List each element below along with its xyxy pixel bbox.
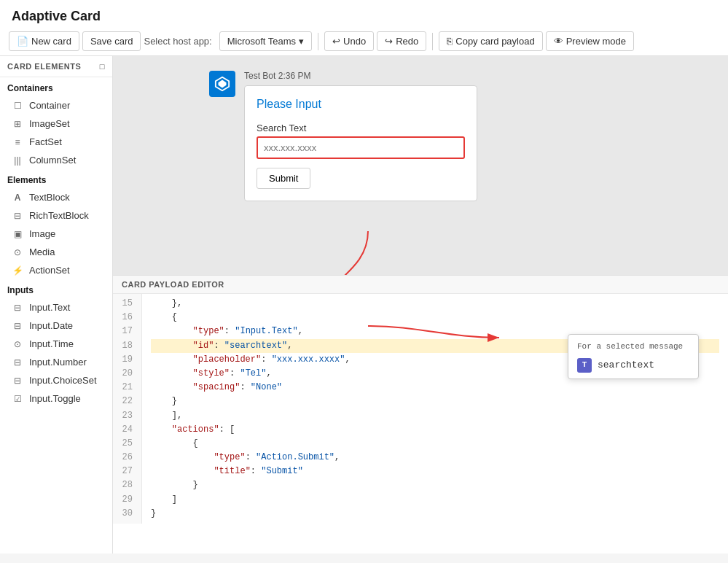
code-line-25: { bbox=[151, 437, 719, 451]
imageset-icon: ⊞ bbox=[12, 119, 23, 129]
editor-header: CARD PAYLOAD EDITOR bbox=[113, 276, 728, 294]
line-num-30: 30 bbox=[122, 507, 133, 521]
input-toggle-icon: ☑ bbox=[12, 394, 23, 404]
sidebar-item-actionset[interactable]: ⚡ ActionSet bbox=[0, 261, 112, 279]
content-area: Test Bot 2:36 PM Please Input Search Tex… bbox=[113, 56, 728, 554]
sidebar-item-factset[interactable]: ≡ FactSet bbox=[0, 133, 112, 151]
imageset-label: ImageSet bbox=[29, 118, 70, 129]
code-line-27: "title": "Submit" bbox=[151, 465, 719, 478]
sidebar-section-containers: Containers ☐ Container ⊞ ImageSet ≡ Fact… bbox=[0, 77, 112, 169]
undo-button[interactable]: ↩ Undo bbox=[324, 31, 374, 51]
card-field-label: Search Text bbox=[257, 123, 465, 133]
card-input-field[interactable] bbox=[257, 136, 465, 159]
inputs-section-title: Inputs bbox=[0, 279, 112, 298]
card-submit-button[interactable]: Submit bbox=[257, 168, 310, 189]
chat-bubble-container: Test Bot 2:36 PM Please Input Search Tex… bbox=[209, 71, 632, 260]
sidebar-item-input-toggle[interactable]: ☑ Input.Toggle bbox=[0, 389, 112, 408]
host-app-dropdown[interactable]: Microsoft Teams ▾ bbox=[219, 31, 312, 51]
preview-mode-label: Preview mode bbox=[566, 36, 626, 47]
sidebar-item-input-number[interactable]: ⊟ Input.Number bbox=[0, 353, 112, 371]
sidebar-item-input-text[interactable]: ⊟ Input.Text bbox=[0, 298, 112, 317]
line-num-15: 15 bbox=[122, 297, 133, 311]
input-date-label: Input.Date bbox=[29, 320, 73, 331]
toolbar-divider-1 bbox=[318, 33, 318, 50]
save-card-button[interactable]: Save card bbox=[82, 31, 141, 51]
image-icon: ▣ bbox=[12, 229, 23, 239]
sidebar-section-elements: Elements A TextBlock ⊟ RichTextBlock ▣ I… bbox=[0, 169, 112, 279]
sidebar-item-image[interactable]: ▣ Image bbox=[0, 225, 112, 243]
line-num-21: 21 bbox=[122, 381, 133, 395]
line-num-29: 29 bbox=[122, 493, 133, 507]
code-line-15: }, bbox=[151, 297, 719, 311]
new-card-button[interactable]: 📄 New card bbox=[9, 31, 79, 51]
sidebar-item-container[interactable]: ☐ Container bbox=[0, 96, 112, 114]
teams-icon: T bbox=[577, 358, 592, 373]
actionset-icon: ⚡ bbox=[12, 265, 23, 276]
sidebar-item-input-date[interactable]: ⊟ Input.Date bbox=[0, 317, 112, 335]
factset-icon: ≡ bbox=[12, 137, 23, 147]
copy-payload-button[interactable]: ⎘ Copy card payload bbox=[439, 31, 542, 51]
code-line-24: "actions": [ bbox=[151, 423, 719, 437]
redo-button[interactable]: ↪ Redo bbox=[377, 31, 426, 51]
line-num-23: 23 bbox=[122, 409, 133, 423]
preview-mode-button[interactable]: 👁 Preview mode bbox=[546, 31, 634, 51]
line-num-25: 25 bbox=[122, 437, 133, 451]
tooltip-item-label: searchtext bbox=[598, 358, 654, 373]
actionset-label: ActionSet bbox=[29, 265, 70, 276]
line-num-27: 27 bbox=[122, 465, 133, 478]
media-label: Media bbox=[29, 246, 55, 257]
bot-avatar bbox=[209, 71, 235, 97]
new-card-icon: 📄 bbox=[17, 36, 28, 47]
svg-marker-1 bbox=[219, 80, 227, 88]
main-layout: CARD ELEMENTS □ Containers ☐ Container ⊞… bbox=[0, 56, 728, 554]
input-text-label: Input.Text bbox=[29, 302, 70, 313]
sidebar-item-media[interactable]: ⊙ Media bbox=[0, 243, 112, 261]
copy-payload-label: Copy card payload bbox=[455, 36, 534, 47]
preview-area: Test Bot 2:36 PM Please Input Search Tex… bbox=[113, 56, 728, 275]
toolbar: 📄 New card Save card Select host app: Mi… bbox=[0, 27, 728, 56]
line-num-28: 28 bbox=[122, 478, 133, 492]
input-number-label: Input.Number bbox=[29, 357, 87, 368]
host-app-selector: Select host app: Microsoft Teams ▾ bbox=[144, 31, 312, 51]
sidebar-item-imageset[interactable]: ⊞ ImageSet bbox=[0, 114, 112, 133]
sidebar-item-input-time[interactable]: ⊙ Input.Time bbox=[0, 335, 112, 353]
line-num-22: 22 bbox=[122, 395, 133, 408]
code-content[interactable]: }, { "type": "Input.Text", "id": "search… bbox=[142, 294, 728, 524]
chat-content: Test Bot 2:36 PM Please Input Search Tex… bbox=[244, 71, 632, 201]
sidebar-item-input-choiceset[interactable]: ⊟ Input.ChoiceSet bbox=[0, 371, 112, 389]
collapse-icon[interactable]: □ bbox=[100, 62, 105, 71]
undo-label: Undo bbox=[343, 36, 366, 47]
code-line-26: "type": "Action.Submit", bbox=[151, 451, 719, 465]
sidebar-section-inputs: Inputs ⊟ Input.Text ⊟ Input.Date ⊙ Input… bbox=[0, 279, 112, 408]
redo-icon: ↪ bbox=[385, 36, 393, 47]
tooltip-popup: For a selected message T searchtext bbox=[568, 334, 699, 379]
submit-label: Submit bbox=[269, 173, 298, 184]
image-label: Image bbox=[29, 228, 55, 239]
input-toggle-label: Input.Toggle bbox=[29, 393, 81, 404]
elements-section-title: Elements bbox=[0, 169, 112, 188]
new-card-label: New card bbox=[31, 36, 71, 47]
columnset-icon: ||| bbox=[12, 155, 23, 166]
code-line-29: ] bbox=[151, 493, 719, 507]
code-line-16: { bbox=[151, 311, 719, 325]
sidebar-item-textblock[interactable]: A TextBlock bbox=[0, 188, 112, 206]
chat-meta: Test Bot 2:36 PM bbox=[244, 71, 632, 81]
textblock-label: TextBlock bbox=[29, 192, 70, 203]
container-label: Container bbox=[29, 100, 70, 111]
tooltip-item: T searchtext bbox=[577, 358, 689, 373]
input-time-label: Input.Time bbox=[29, 338, 74, 349]
save-card-label: Save card bbox=[90, 36, 133, 47]
sidebar-item-columnset[interactable]: ||| ColumnSet bbox=[0, 151, 112, 169]
input-choiceset-label: Input.ChoiceSet bbox=[29, 375, 97, 386]
line-num-17: 17 bbox=[122, 325, 133, 338]
sidebar-header: CARD ELEMENTS □ bbox=[0, 56, 112, 77]
code-line-22: } bbox=[151, 395, 719, 408]
sidebar-header-label: CARD ELEMENTS bbox=[7, 62, 81, 71]
chevron-down-icon: ▾ bbox=[299, 36, 304, 47]
undo-icon: ↩ bbox=[332, 36, 340, 47]
factset-label: FactSet bbox=[29, 136, 62, 147]
code-container: 15 16 17 18 19 20 21 22 23 24 25 26 27 2… bbox=[113, 294, 728, 524]
line-num-18: 18 bbox=[122, 339, 133, 353]
sidebar-item-richtextblock[interactable]: ⊟ RichTextBlock bbox=[0, 206, 112, 225]
editor-area: CARD PAYLOAD EDITOR 15 16 17 18 19 20 21… bbox=[113, 275, 728, 554]
